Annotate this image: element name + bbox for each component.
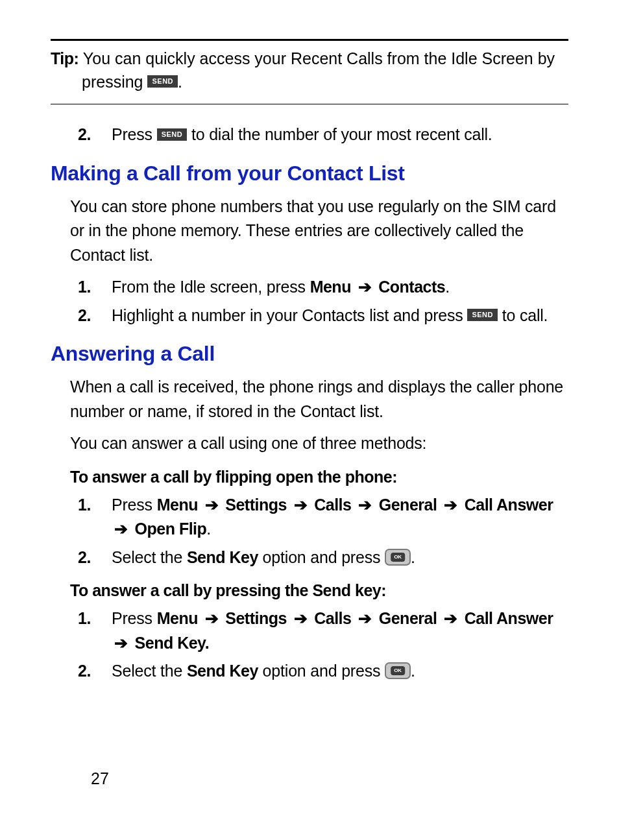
list-item: 2. Press SEND to dial the number of your… [78,123,568,147]
item-text: Select the Send Key option and press . [112,659,568,684]
text-a: Press [112,609,157,627]
arrow-icon: ➔ [202,609,221,627]
text-b: option and press [258,662,385,680]
tip-block: Tip: You can quickly access your Recent … [51,47,568,93]
item-number: 2. [78,659,112,684]
section-heading-answering: Answering a Call [51,342,568,366]
item-number: 2. [78,546,112,570]
item-text: Press Menu ➔ Settings ➔ Calls ➔ General … [112,493,568,542]
section2-paragraph-1: When a call is received, the phone rings… [70,375,568,424]
section1-list: 1. From the Idle screen, press Menu ➔ Co… [78,275,568,328]
text-a: Press [112,125,157,143]
separator-rule [51,104,568,104]
item-text: Press Menu ➔ Settings ➔ Calls ➔ General … [112,606,568,655]
send-key-bold: Send Key [187,662,258,680]
text-b: to call. [498,306,548,324]
contacts-bold: Contacts [378,278,445,296]
item-number: 2. [78,123,112,147]
text-b: to dial the number of your most recent c… [187,125,492,143]
list-item: 1. From the Idle screen, press Menu ➔ Co… [78,275,568,300]
item-number: 1. [78,606,112,655]
path-part: Settings [225,496,287,514]
arrow-icon: ➔ [202,496,221,514]
text-a: Select the [112,662,187,680]
arrow-icon: ➔ [356,496,374,514]
path-part: Call Answer [465,609,553,627]
arrow-icon: ➔ [112,634,130,652]
item-number: 1. [78,275,112,300]
text-a: Select the [112,548,187,566]
list-item: 1. Press Menu ➔ Settings ➔ Calls ➔ Gener… [78,493,568,542]
ordered-list-top: 2. Press SEND to dial the number of your… [78,123,568,147]
send-key-bold: Send Key [187,548,258,566]
text-a: Press [112,496,157,514]
item-text: Highlight a number in your Contacts list… [112,304,568,328]
tip-text-2b: . [178,73,182,91]
path-part: Menu [157,609,198,627]
sub1-list: 1. Press Menu ➔ Settings ➔ Calls ➔ Gener… [78,493,568,570]
list-item: 1. Press Menu ➔ Settings ➔ Calls ➔ Gener… [78,606,568,655]
send-key-icon: SEND [157,128,188,141]
subhead-flip-open: To answer a call by flipping open the ph… [70,468,568,486]
item-text: Press SEND to dial the number of your mo… [112,123,568,147]
page-container: Tip: You can quickly access your Recent … [0,0,619,840]
send-key-icon: SEND [467,309,498,321]
path-part: General [379,496,437,514]
text-a: From the Idle screen, press [112,278,310,296]
sub2-list: 1. Press Menu ➔ Settings ➔ Calls ➔ Gener… [78,606,568,684]
arrow-icon: ➔ [356,278,374,296]
section1-paragraph: You can store phone numbers that you use… [70,195,568,268]
arrow-icon: ➔ [441,609,460,627]
text-b: option and press [258,548,385,566]
section2-paragraph-2: You can answer a call using one of three… [70,431,568,456]
tip-line-2: pressing SEND. [51,71,568,94]
path-part: Calls [314,609,351,627]
tip-label: Tip: [51,49,79,67]
text-b: . [206,520,211,538]
item-number: 1. [78,493,112,542]
list-item: 2. Highlight a number in your Contacts l… [78,304,568,328]
arrow-icon: ➔ [112,520,130,538]
text-c: . [411,662,415,680]
path-part: Menu [157,496,198,514]
ok-key-icon [385,662,411,679]
tip-text-1: You can quickly access your Recent Calls… [79,49,555,67]
text-b: . [445,278,450,296]
item-number: 2. [78,304,112,328]
item-text: Select the Send Key option and press . [112,546,568,570]
path-part: Open Flip [135,520,207,538]
item-text: From the Idle screen, press Menu ➔ Conta… [112,275,568,300]
path-part: Send Key. [135,634,210,652]
list-item: 2. Select the Send Key option and press … [78,546,568,570]
subhead-send-key: To answer a call by pressing the Send ke… [70,581,568,600]
top-rule [51,39,568,41]
text-c: . [411,548,415,566]
tip-text-2a: pressing [82,73,147,91]
arrow-icon: ➔ [291,496,310,514]
path-part: Calls [314,496,351,514]
arrow-icon: ➔ [356,609,374,627]
send-key-icon: SEND [147,75,178,88]
arrow-icon: ➔ [441,496,460,514]
path-part: Call Answer [465,496,553,514]
list-item: 2. Select the Send Key option and press … [78,659,568,684]
page-number: 27 [91,769,109,788]
section-heading-contact-list: Making a Call from your Contact List [51,162,568,186]
arrow-icon: ➔ [291,609,310,627]
text-a: Highlight a number in your Contacts list… [112,306,467,324]
menu-bold: Menu [310,278,351,296]
path-part: Settings [225,609,287,627]
path-part: General [379,609,437,627]
ok-key-icon [385,549,411,566]
